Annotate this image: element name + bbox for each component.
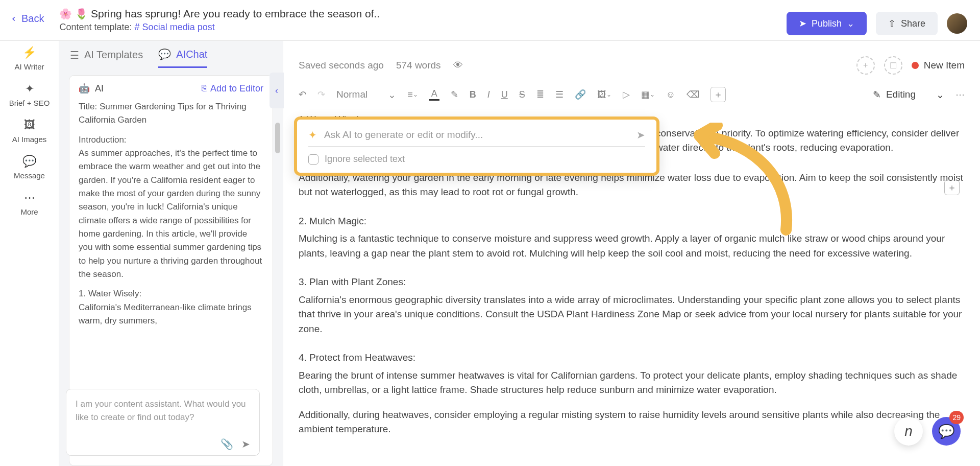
text-color-button[interactable]: A bbox=[429, 88, 439, 101]
doc-p1: conservation a priority. To optimize wat… bbox=[656, 126, 965, 155]
visibility-icon[interactable]: 👁 bbox=[453, 60, 463, 71]
nav-brief-seo[interactable]: ✦ Brief + SEO bbox=[9, 82, 50, 107]
ai-intro-label: Introduction: bbox=[79, 133, 263, 147]
bullet-list-button[interactable]: ≣ bbox=[536, 89, 544, 100]
avatar[interactable] bbox=[947, 13, 967, 34]
nav-message[interactable]: 💬 Message bbox=[14, 155, 45, 180]
doc-p3: Mulching is a fantastic technique to con… bbox=[299, 231, 965, 261]
link-button[interactable]: 🔗 bbox=[575, 89, 586, 100]
upload-icon: ⇧ bbox=[888, 18, 896, 29]
back-label: Back bbox=[21, 13, 44, 25]
assistant-input-box[interactable]: I am your content assistant. What would … bbox=[66, 389, 260, 456]
image-button[interactable]: 🖼⌄ bbox=[597, 89, 611, 100]
doc-heading-4: 4. Protect from Heatwaves: bbox=[299, 351, 965, 365]
comment-button[interactable]: ＋ bbox=[710, 87, 726, 102]
template-label: Content template: bbox=[59, 22, 132, 32]
target-icon: ✦ bbox=[25, 82, 34, 96]
clear-format-button[interactable]: ⌫ bbox=[687, 89, 699, 100]
ignore-label: Ignore selected text bbox=[325, 154, 405, 165]
ai-label: AI bbox=[95, 83, 104, 94]
saved-status: Saved seconds ago bbox=[299, 60, 384, 71]
add-date-placeholder[interactable]: ☐ bbox=[884, 56, 902, 75]
nav-more[interactable]: ⋯ More bbox=[20, 191, 38, 216]
pencil-icon: ✎ bbox=[873, 89, 881, 101]
bold-button[interactable]: B bbox=[470, 89, 476, 100]
publish-label: Publish bbox=[812, 18, 842, 29]
share-label: Share bbox=[901, 18, 925, 29]
send-icon[interactable]: ➤ bbox=[241, 438, 250, 450]
tab-ai-chat[interactable]: 💬 AIChat bbox=[158, 48, 207, 68]
import-icon: ⎘ bbox=[202, 83, 207, 94]
strike-button[interactable]: S bbox=[519, 89, 525, 100]
send-icon: ➤ bbox=[799, 18, 806, 29]
more-icon: ⋯ bbox=[24, 191, 35, 204]
title-text: Spring has sprung! Are you ready to embr… bbox=[91, 8, 380, 20]
templates-icon: ☰ bbox=[70, 49, 79, 61]
plus-icon: ＋ bbox=[947, 181, 957, 194]
chevron-down-icon: ⌄ bbox=[847, 18, 854, 29]
ai-ask-popup: ✦ ➤ Ignore selected text bbox=[294, 116, 659, 176]
chevron-down-icon: ⌄ bbox=[388, 89, 396, 101]
user-plus-icon: + bbox=[863, 61, 868, 70]
add-to-editor-button[interactable]: ⎘ Add to Editor bbox=[202, 83, 263, 94]
table-button[interactable]: ▦⌄ bbox=[641, 89, 655, 100]
assistant-placeholder: I am your content assistant. What would … bbox=[76, 398, 250, 424]
attachment-icon[interactable]: 📎 bbox=[220, 438, 233, 450]
tab-ai-templates[interactable]: ☰ AI Templates bbox=[70, 49, 143, 67]
video-button[interactable]: ▷ bbox=[623, 89, 630, 100]
bolt-icon: ⚡ bbox=[22, 46, 36, 59]
undo-button[interactable]: ↶ bbox=[299, 89, 306, 100]
send-icon[interactable]: ➤ bbox=[636, 129, 645, 141]
ai-body-title: Title: Summer Gardening Tips for a Thriv… bbox=[79, 100, 263, 127]
underline-button[interactable]: U bbox=[501, 89, 508, 100]
align-button[interactable]: ≡⌄ bbox=[407, 89, 418, 100]
more-options-button[interactable]: ⋯ bbox=[955, 89, 965, 100]
ai-intro-text: As summer approaches, it's the perfect t… bbox=[79, 147, 263, 281]
notification-badge: 29 bbox=[949, 411, 964, 424]
document-title: 🌸 🌷 Spring has sprung! Are you ready to … bbox=[59, 8, 786, 20]
add-user-placeholder[interactable]: + bbox=[856, 56, 875, 75]
image-icon: 🖼 bbox=[24, 119, 35, 132]
redo-button[interactable]: ↷ bbox=[317, 89, 325, 100]
app-widget-button[interactable]: n bbox=[894, 417, 923, 446]
title-emoji: 🌸 🌷 bbox=[59, 8, 88, 20]
publish-button[interactable]: ➤ Publish ⌄ bbox=[787, 12, 867, 35]
doc-p5: Bearing the brunt of intense summer heat… bbox=[299, 368, 965, 398]
panel-scrollbar[interactable] bbox=[275, 123, 280, 153]
collapse-panel-button[interactable]: ‹ bbox=[270, 73, 284, 108]
template-link[interactable]: # Social media post bbox=[135, 22, 215, 32]
doc-heading-3: 3. Plan with Plant Zones: bbox=[299, 275, 965, 290]
italic-button[interactable]: I bbox=[487, 89, 490, 100]
status-new-item[interactable]: New Item bbox=[912, 60, 965, 71]
highlight-button[interactable]: ✎ bbox=[451, 89, 458, 100]
chevron-left-icon: ‹ bbox=[275, 85, 278, 96]
chevron-down-icon: ⌄ bbox=[936, 89, 944, 101]
share-button[interactable]: ⇧ Share bbox=[876, 12, 938, 35]
ai-sec1-text: California's Mediterranean-like climate … bbox=[79, 301, 263, 328]
ai-sec1-heading: 1. Water Wisely: bbox=[79, 287, 263, 300]
doc-p6: Additionally, during heatwaves, consider… bbox=[299, 408, 965, 437]
ordered-list-button[interactable]: ☰ bbox=[555, 89, 564, 100]
ai-ask-input[interactable] bbox=[324, 129, 629, 141]
back-button[interactable]: Back bbox=[10, 13, 44, 25]
word-count: 574 words bbox=[396, 60, 441, 71]
doc-heading-2: 2. Mulch Magic: bbox=[299, 214, 965, 229]
chat-icon: 💬 bbox=[158, 48, 171, 60]
ignore-selected-checkbox[interactable] bbox=[308, 154, 318, 165]
chat-icon: 💬 bbox=[938, 424, 954, 439]
nav-ai-images[interactable]: 🖼 AI Images bbox=[12, 119, 47, 144]
status-dot-icon bbox=[912, 62, 919, 69]
emoji-button[interactable]: ☺ bbox=[666, 89, 675, 100]
editing-mode-select[interactable]: ✎ Editing ⌄ bbox=[873, 89, 944, 101]
add-comment-button[interactable]: ＋ bbox=[944, 180, 960, 195]
calendar-icon: ☐ bbox=[890, 61, 897, 71]
message-icon: 💬 bbox=[22, 155, 36, 168]
paragraph-style-select[interactable]: Normal ⌄ bbox=[336, 89, 396, 101]
sparkle-icon: ✦ bbox=[308, 129, 317, 141]
doc-p4: California's enormous geographic diversi… bbox=[299, 293, 965, 337]
nav-ai-writer[interactable]: ⚡ AI Writer bbox=[14, 46, 44, 71]
robot-icon: 🤖 bbox=[79, 83, 90, 94]
